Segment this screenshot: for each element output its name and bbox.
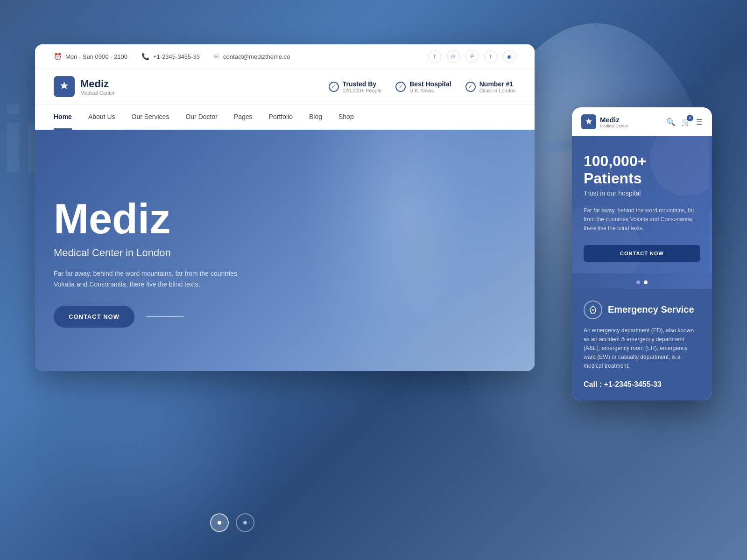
bottom-circle-2[interactable] bbox=[236, 513, 254, 532]
hero-actions: CONTACT NOW bbox=[54, 306, 240, 328]
check-icon-3: ✓ bbox=[465, 82, 476, 92]
top-bar: ⏰ Mon - Sun 0900 - 2100 📞 +1-2345-3455-3… bbox=[35, 44, 535, 69]
mobile-dot-1[interactable] bbox=[636, 280, 640, 284]
nav-home[interactable]: Home bbox=[54, 105, 72, 129]
linkedin-icon[interactable]: in bbox=[447, 50, 460, 63]
check-icon-1: ✓ bbox=[329, 82, 339, 92]
mobile-patients-label: Trust in our hospital bbox=[584, 189, 700, 197]
emergency-description: An emergency department (ED), also known… bbox=[584, 326, 700, 371]
mobile-search-icon[interactable]: 🔍 bbox=[666, 118, 676, 126]
page-bottom-indicators bbox=[210, 513, 254, 532]
emergency-section: Emergency Service An emergency departmen… bbox=[572, 289, 712, 400]
emergency-header: Emergency Service bbox=[584, 301, 700, 319]
phone-item: 📞 +1-2345-3455-33 bbox=[141, 53, 200, 60]
call-label: Call : bbox=[584, 380, 602, 388]
badge-sub-1: 120,000+ People bbox=[343, 88, 382, 93]
mobile-hero: 100,000+ Patients Trust in our hospital … bbox=[572, 136, 712, 273]
badge-text-1: Trusted By 120,000+ People bbox=[343, 80, 382, 93]
call-phone: +1-2345-3455-33 bbox=[604, 380, 662, 388]
mobile-header-icons: 🔍 🛒 0 ☰ bbox=[666, 118, 703, 126]
mobile-contact-button[interactable]: CONTACT NOW bbox=[584, 245, 700, 262]
badge-text-3: Number #1 Clinic in London bbox=[479, 80, 516, 93]
check-icon-2: ✓ bbox=[395, 82, 406, 92]
top-bar-left: ⏰ Mon - Sun 0900 - 2100 📞 +1-2345-3455-3… bbox=[54, 53, 290, 60]
mobile-logo: Mediz Medical Center bbox=[581, 114, 628, 129]
mobile-patients-count: 100,000+ Patients bbox=[584, 153, 700, 187]
nav-portfolio[interactable]: Portfolio bbox=[269, 105, 293, 129]
hero-description: Far far away, behind the word mountains,… bbox=[54, 268, 240, 289]
phone-text: +1-2345-3455-33 bbox=[153, 53, 200, 60]
brand-name: Mediz bbox=[80, 78, 115, 90]
hours-text: Mon - Sun 0900 - 2100 bbox=[65, 53, 127, 60]
email-icon: ✉ bbox=[214, 53, 219, 60]
header-badges: ✓ Trusted By 120,000+ People ✓ Best Hosp… bbox=[329, 80, 516, 93]
header: Mediz Medical Center ✓ Trusted By 120,00… bbox=[35, 69, 535, 105]
mobile-logo-icon bbox=[581, 114, 596, 129]
bottom-circle-1[interactable] bbox=[210, 513, 229, 532]
instagram-icon[interactable]: ◉ bbox=[503, 50, 516, 63]
mobile-menu-icon[interactable]: ☰ bbox=[696, 118, 703, 126]
nav-bar: Home About Us Our Services Our Doctor Pa… bbox=[35, 105, 535, 130]
hero-divider bbox=[146, 316, 183, 317]
pinterest-icon[interactable]: P bbox=[465, 50, 479, 63]
phone-icon: 📞 bbox=[141, 53, 149, 60]
email-text: contact@mediztheme.co bbox=[223, 53, 290, 60]
emergency-call: Call : +1-2345-3455-33 bbox=[584, 380, 700, 389]
brand-subtitle: Medical Center bbox=[80, 90, 115, 96]
desktop-window: ⏰ Mon - Sun 0900 - 2100 📞 +1-2345-3455-3… bbox=[35, 44, 535, 371]
svg-point-0 bbox=[63, 86, 65, 88]
mobile-window: Mediz Medical Center 🔍 🛒 0 ☰ 100,000+ Pa… bbox=[572, 107, 712, 400]
mobile-brand: Mediz bbox=[600, 116, 628, 124]
mobile-description: Far far away, behind the word mountains,… bbox=[584, 206, 700, 233]
social-icons: f in P t ◉ bbox=[428, 50, 516, 63]
badge-sub-2: U.K. News bbox=[409, 88, 451, 93]
badge-title-3: Number #1 bbox=[479, 80, 516, 88]
nav-doctor[interactable]: Our Doctor bbox=[185, 105, 217, 129]
mobile-brand-sub: Medical Center bbox=[600, 124, 628, 128]
badge-hospital: ✓ Best Hospital U.K. News bbox=[395, 80, 451, 93]
cart-badge: 0 bbox=[687, 115, 693, 121]
badge-trusted: ✓ Trusted By 120,000+ People bbox=[329, 80, 382, 93]
mobile-slide-indicators bbox=[572, 273, 712, 289]
nav-shop[interactable]: Shop bbox=[338, 105, 354, 129]
nav-pages[interactable]: Pages bbox=[234, 105, 253, 129]
mobile-dot-2[interactable] bbox=[644, 280, 648, 284]
logo-icon bbox=[54, 76, 75, 97]
hero-title: Mediz bbox=[54, 198, 240, 240]
nav-services[interactable]: Our Services bbox=[132, 105, 169, 129]
hero-content: Mediz Medical Center in London Far far a… bbox=[54, 198, 240, 328]
emergency-icon bbox=[584, 301, 602, 319]
hours-item: ⏰ Mon - Sun 0900 - 2100 bbox=[54, 53, 127, 60]
contact-now-button[interactable]: CONTACT NOW bbox=[54, 306, 134, 328]
logo-text: Mediz Medical Center bbox=[80, 78, 115, 96]
blur-circle-1 bbox=[93, 373, 233, 513]
twitter-icon[interactable]: t bbox=[484, 50, 497, 63]
mobile-header: Mediz Medical Center 🔍 🛒 0 ☰ bbox=[572, 107, 712, 136]
nav-blog[interactable]: Blog bbox=[309, 105, 322, 129]
logo-area: Mediz Medical Center bbox=[54, 76, 115, 97]
facebook-icon[interactable]: f bbox=[428, 50, 441, 63]
badge-number: ✓ Number #1 Clinic in London bbox=[465, 80, 516, 93]
badge-title-1: Trusted By bbox=[343, 80, 382, 88]
nav-about[interactable]: About Us bbox=[88, 105, 115, 129]
badge-text-2: Best Hospital U.K. News bbox=[409, 80, 451, 93]
badge-sub-3: Clinic in London bbox=[479, 88, 516, 93]
mobile-logo-text: Mediz Medical Center bbox=[600, 116, 628, 128]
email-item: ✉ contact@mediztheme.co bbox=[214, 53, 290, 60]
hero-subtitle: Medical Center in London bbox=[54, 247, 240, 259]
mobile-cart-icon[interactable]: 🛒 0 bbox=[681, 118, 691, 126]
badge-title-2: Best Hospital bbox=[409, 80, 451, 88]
clock-icon: ⏰ bbox=[54, 53, 62, 60]
hero-section: Mediz Medical Center in London Far far a… bbox=[35, 130, 535, 371]
emergency-title: Emergency Service bbox=[608, 304, 694, 315]
